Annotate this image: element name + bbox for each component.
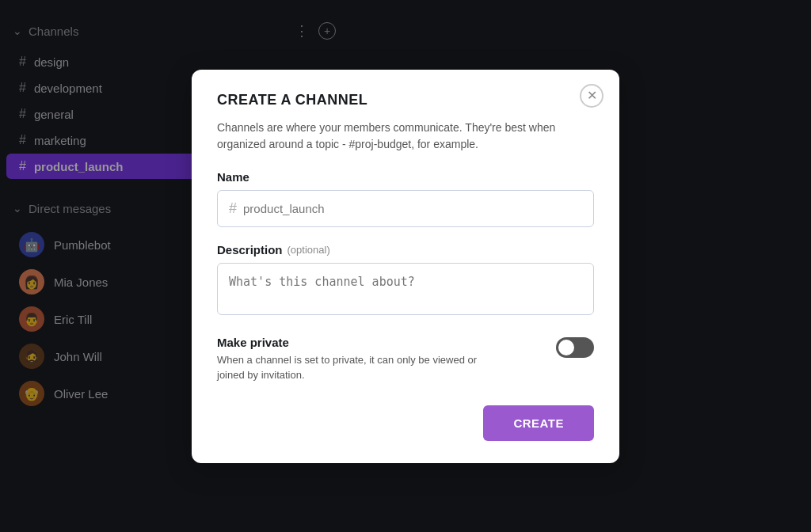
close-icon: ✕ xyxy=(587,89,597,102)
name-hash-icon: # xyxy=(229,200,237,217)
toggle-slider xyxy=(556,337,594,358)
description-label: Description (optional) xyxy=(217,243,594,256)
app-wrapper: ⌄ Channels ⋮ + # design # development # … xyxy=(0,0,811,532)
channel-name-input[interactable] xyxy=(243,191,582,226)
modal-title: CREATE A CHANNEL xyxy=(217,92,594,108)
make-private-section: Make private When a channel is set to pr… xyxy=(217,336,594,383)
modal-description: Channels are where your members communic… xyxy=(217,120,594,153)
create-button[interactable]: CREATE xyxy=(483,405,594,441)
modal-close-button[interactable]: ✕ xyxy=(580,84,603,108)
private-toggle[interactable] xyxy=(556,337,594,358)
create-channel-modal: ✕ CREATE A CHANNEL Channels are where yo… xyxy=(192,70,619,463)
make-private-desc: When a channel is set to private, it can… xyxy=(217,352,494,383)
modal-footer: CREATE xyxy=(217,405,594,441)
channel-description-input[interactable] xyxy=(217,263,594,315)
make-private-title: Make private xyxy=(217,336,494,349)
optional-label: (optional) xyxy=(287,244,330,256)
modal-overlay[interactable]: ✕ CREATE A CHANNEL Channels are where yo… xyxy=(0,0,811,532)
make-private-text: Make private When a channel is set to pr… xyxy=(217,336,494,383)
name-label: Name xyxy=(217,170,594,184)
name-input-wrapper: # xyxy=(217,190,594,227)
